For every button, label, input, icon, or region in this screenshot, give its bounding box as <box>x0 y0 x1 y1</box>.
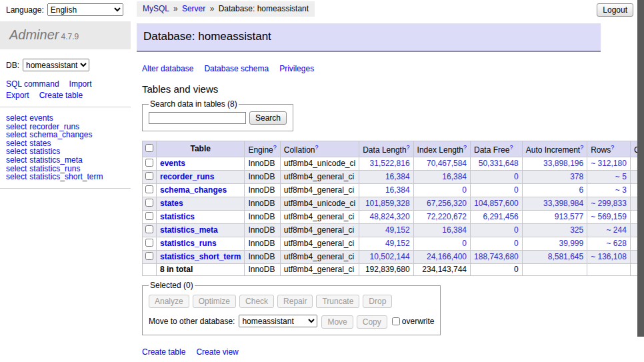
logout-button[interactable]: Logout <box>597 3 633 17</box>
help-link[interactable]: ? <box>509 144 513 151</box>
cell-rows[interactable]: ~ 5 <box>587 171 631 184</box>
table-name-link-events[interactable]: events <box>160 159 185 168</box>
breadcrumb-link-mysql[interactable]: MySQL <box>143 4 169 13</box>
sidebar-link-sql-command[interactable]: SQL command <box>6 79 59 89</box>
breadcrumb-link-server[interactable]: Server <box>182 4 205 13</box>
cell-index_length[interactable]: 16,384 <box>413 224 470 237</box>
link-create-table[interactable]: Create table <box>142 347 185 357</box>
cell-rows[interactable]: ~ 136,108 <box>587 251 631 264</box>
help-link[interactable]: ? <box>463 144 467 151</box>
button-optimize[interactable]: Optimize <box>193 295 236 308</box>
row-checkbox[interactable] <box>145 199 153 207</box>
row-checkbox[interactable] <box>145 159 153 167</box>
cell-index_length[interactable]: 16,384 <box>413 171 470 184</box>
link-create-view[interactable]: Create view <box>196 347 238 357</box>
cell-rows[interactable]: ~ 628 <box>587 237 631 251</box>
table-name-link-statistics[interactable]: statistics <box>160 212 195 221</box>
cell-data_length[interactable]: 31,522,816 <box>359 157 413 171</box>
cell-collation: utf8mb4_general_ci <box>280 251 359 264</box>
link-alter-database[interactable]: Alter database <box>142 64 193 73</box>
sidebar-link-export[interactable]: Export <box>6 91 29 100</box>
cell-data_length[interactable]: 10,502,144 <box>359 251 413 264</box>
cell-data_free[interactable]: 0 <box>471 171 523 184</box>
row-checkbox[interactable] <box>145 239 153 247</box>
cell-data_free[interactable]: 6,291,456 <box>471 211 523 224</box>
db-select[interactable]: homeassistant <box>23 59 89 71</box>
table-link-events[interactable]: events <box>29 113 53 123</box>
cell-index_length[interactable]: 0 <box>413 237 470 251</box>
cell-data_length[interactable]: 16,384 <box>359 171 413 184</box>
vertical-scrollbar[interactable] <box>637 0 644 362</box>
cell-data_free[interactable]: 104,857,600 <box>471 197 523 211</box>
button-drop[interactable]: Drop <box>363 295 392 308</box>
scrollbar-thumb[interactable] <box>637 0 644 337</box>
row-checkbox[interactable] <box>145 212 153 220</box>
row-checkbox[interactable] <box>145 172 153 180</box>
sidebar-link-import[interactable]: Import <box>69 79 92 89</box>
cell-rows[interactable]: ~ 244 <box>587 224 631 237</box>
button-analyze[interactable]: Analyze <box>149 295 189 308</box>
cell-data_free[interactable]: 188,743,680 <box>471 251 523 264</box>
search-button[interactable]: Search <box>249 111 287 125</box>
button-check[interactable]: Check <box>239 295 274 308</box>
button-move[interactable]: Move <box>321 315 353 329</box>
cell-rows[interactable]: ~ 312,180 <box>587 157 631 171</box>
cell-rows[interactable]: ~ 3 <box>587 184 631 197</box>
link-privileges[interactable]: Privileges <box>279 64 314 73</box>
adminer-logo-link[interactable]: Adminer <box>9 27 59 42</box>
cell-data_length[interactable]: 101,859,328 <box>359 197 413 211</box>
cell-data_free[interactable]: 50,331,648 <box>471 157 523 171</box>
select-all-checkbox[interactable] <box>145 144 153 152</box>
help-link[interactable]: ? <box>273 144 277 151</box>
cell-auto_increment[interactable]: 33,898,196 <box>522 157 587 171</box>
cell-data_length[interactable]: 49,152 <box>359 224 413 237</box>
help-link[interactable]: ? <box>611 144 614 151</box>
row-checkbox[interactable] <box>145 225 153 233</box>
sidebar-link-create-table[interactable]: Create table <box>39 91 83 100</box>
help-link[interactable]: ? <box>315 144 318 151</box>
cell-data_free[interactable]: 0 <box>471 237 523 251</box>
cell-auto_increment[interactable]: 39,999 <box>522 237 587 251</box>
row-checkbox[interactable] <box>145 252 153 260</box>
cell-auto_increment[interactable]: 6 <box>522 184 587 197</box>
cell-auto_increment[interactable]: 8,581,645 <box>522 251 587 264</box>
button-truncate[interactable]: Truncate <box>316 295 359 308</box>
cell-index_length[interactable]: 70,467,584 <box>413 157 470 171</box>
table-name-link-statistics-runs[interactable]: statistics_runs <box>160 239 217 248</box>
table-link-statistics-meta[interactable]: statistics_meta <box>29 155 82 165</box>
row-checkbox[interactable] <box>145 185 153 193</box>
help-link[interactable]: ? <box>407 144 410 151</box>
cell-auto_increment[interactable]: 325 <box>522 224 587 237</box>
button-copy[interactable]: Copy <box>357 315 387 329</box>
cell-index_length[interactable]: 67,256,320 <box>413 197 470 211</box>
link-database-schema[interactable]: Database schema <box>204 64 269 73</box>
help-link[interactable]: ? <box>580 144 583 151</box>
column-label: Data Free <box>474 145 509 155</box>
cell-auto_increment[interactable]: 913,577 <box>522 211 587 224</box>
cell-index_length[interactable]: 0 <box>413 184 470 197</box>
overwrite-checkbox[interactable] <box>392 317 400 325</box>
cell-auto_increment[interactable]: 33,398,984 <box>522 197 587 211</box>
table-name-link-schema-changes[interactable]: schema_changes <box>160 185 227 195</box>
cell-rows[interactable]: ~ 569,159 <box>587 211 631 224</box>
cell-index_length[interactable]: 72,220,672 <box>413 211 470 224</box>
language-select[interactable]: English <box>47 3 123 16</box>
table-link-statistics-short-term[interactable]: statistics_short_term <box>29 172 103 181</box>
cell-name: states <box>157 197 245 211</box>
table-name-link-recorder-runs[interactable]: recorder_runs <box>160 172 214 181</box>
table-name-link-statistics-meta[interactable]: statistics_meta <box>160 225 218 235</box>
cell-data_length[interactable]: 48,824,320 <box>359 211 413 224</box>
cell-data_length[interactable]: 16,384 <box>359 184 413 197</box>
search-input[interactable] <box>149 112 246 124</box>
select-link-statistics-short-term[interactable]: select <box>6 172 27 181</box>
table-name-link-states[interactable]: states <box>160 199 183 208</box>
cell-rows[interactable]: ~ 299,833 <box>587 197 631 211</box>
cell-data_free[interactable]: 0 <box>471 184 523 197</box>
move-db-select[interactable]: homeassistant <box>239 315 317 327</box>
cell-index_length[interactable]: 24,166,400 <box>413 251 470 264</box>
cell-data_free[interactable]: 0 <box>471 224 523 237</box>
table-name-link-statistics-short-term[interactable]: statistics_short_term <box>160 252 241 261</box>
cell-data_length[interactable]: 49,152 <box>359 237 413 251</box>
button-repair[interactable]: Repair <box>277 295 313 308</box>
cell-auto_increment[interactable]: 378 <box>522 171 587 184</box>
